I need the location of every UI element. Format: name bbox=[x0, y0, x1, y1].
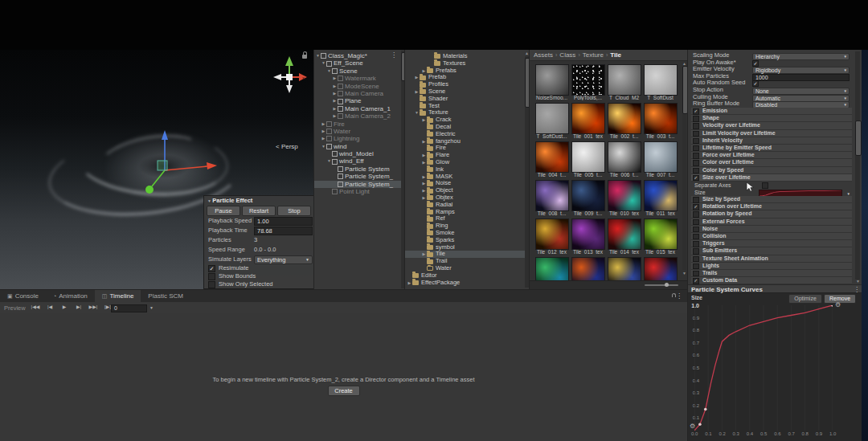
curve-end-gear-icon[interactable]: ⚙ bbox=[835, 301, 841, 308]
separate-axes-checkbox[interactable] bbox=[762, 182, 768, 189]
texture-asset[interactable]: T_Cloud_M2 bbox=[607, 63, 643, 102]
playback-stop-button[interactable]: Stop bbox=[277, 206, 311, 216]
texture-asset[interactable]: T_SoftDust bbox=[643, 63, 679, 102]
project-folder-item[interactable]: Trail bbox=[405, 258, 530, 265]
module-checkbox[interactable]: ✓ bbox=[693, 278, 699, 284]
assets-scrollbar[interactable] bbox=[682, 66, 686, 270]
preview-toggle[interactable]: Preview bbox=[4, 304, 26, 312]
expand-arrow[interactable]: ▶ bbox=[332, 97, 338, 104]
breadcrumb-item[interactable]: Class bbox=[559, 51, 575, 59]
thumbnail-zoom-slider[interactable] bbox=[645, 284, 678, 286]
texture-asset[interactable]: PolyTools,... bbox=[571, 63, 607, 102]
scene-view[interactable]: x < Persp ▼ Particle Effect PauseRestart… bbox=[0, 50, 313, 289]
inspector-scroll-down[interactable]: ▼ bbox=[856, 280, 860, 284]
playback-restart-button[interactable]: Restart bbox=[242, 206, 276, 216]
project-folder-item[interactable]: Textures bbox=[405, 60, 530, 67]
project-folder-item[interactable]: Ref bbox=[405, 215, 530, 223]
module-checkbox[interactable] bbox=[693, 197, 699, 203]
project-folder-item[interactable]: Smoke bbox=[405, 230, 530, 237]
project-folder-item[interactable]: Fire bbox=[405, 145, 530, 152]
module-inherit-velocity[interactable]: Inherit Velocity bbox=[691, 137, 852, 145]
hierarchy-item[interactable]: ▶Fire bbox=[314, 120, 405, 128]
tab-console[interactable]: ▣Console bbox=[0, 290, 46, 302]
breadcrumb-item[interactable]: Tile bbox=[610, 51, 621, 59]
inspector-scrollbar[interactable] bbox=[855, 51, 860, 280]
module-force-over-lifetime[interactable]: Force over Lifetime bbox=[691, 152, 852, 159]
frame-dropdown-icon[interactable]: ▼ bbox=[149, 305, 154, 310]
expand-arrow[interactable]: ▼ bbox=[321, 59, 326, 67]
expand-arrow[interactable]: ▶ bbox=[421, 116, 427, 124]
curves-menu-icon[interactable]: ⋮ bbox=[854, 285, 860, 294]
texture-asset[interactable]: T_SoftDust... bbox=[534, 102, 571, 141]
module-checkbox[interactable] bbox=[693, 256, 699, 263]
texture-asset[interactable]: Tile_011_tex bbox=[643, 179, 679, 218]
playback-time-value[interactable]: 78.68 bbox=[254, 227, 313, 235]
create-button[interactable]: Create bbox=[328, 386, 360, 396]
expand-arrow[interactable]: ▶ bbox=[421, 138, 427, 145]
timeline-menu-icon[interactable]: ⋮ bbox=[676, 292, 682, 300]
module-shape[interactable]: Shape bbox=[691, 115, 852, 122]
texture-asset[interactable]: Tile_004_t... bbox=[534, 141, 571, 179]
module-size-by-speed[interactable]: Size by Speed bbox=[691, 196, 852, 203]
hierarchy-menu-icon[interactable]: ⋮ bbox=[391, 51, 397, 59]
texture-thumbnail[interactable] bbox=[535, 64, 569, 96]
expand-arrow[interactable]: ▼ bbox=[321, 143, 326, 150]
tab-animation[interactable]: ◔Animation bbox=[46, 290, 95, 302]
curve-chart[interactable] bbox=[694, 305, 833, 431]
module-trails[interactable]: Trails bbox=[691, 270, 852, 277]
texture-asset[interactable]: NoiseSmoo... bbox=[534, 63, 571, 102]
project-folder-item[interactable]: ▼Texture bbox=[405, 109, 530, 116]
module-checkbox[interactable] bbox=[693, 248, 699, 255]
view-orientation-gizmo[interactable]: x bbox=[270, 53, 312, 98]
project-folder-item[interactable]: Test bbox=[405, 103, 530, 110]
expand-arrow[interactable]: ▶ bbox=[421, 187, 427, 194]
project-folder-item[interactable]: ▶Prefab bbox=[405, 74, 530, 81]
expand-arrow[interactable]: ▼ bbox=[315, 52, 321, 59]
lock-icon[interactable] bbox=[302, 55, 307, 59]
texture-asset[interactable]: Tile_006_t... bbox=[607, 141, 643, 179]
module-checkbox[interactable] bbox=[693, 241, 699, 247]
project-folder-item[interactable]: ▶Glow bbox=[405, 159, 530, 166]
module-checkbox[interactable] bbox=[693, 116, 699, 122]
hierarchy-item[interactable]: ▶Water bbox=[314, 128, 405, 135]
module-checkbox[interactable] bbox=[693, 145, 699, 152]
hierarchy-item[interactable]: ▶Main Camera_2 bbox=[314, 112, 405, 120]
resimulate-checkbox[interactable]: ✓ bbox=[208, 265, 215, 272]
module-lifetime-by-emitter-speed[interactable]: Lifetime by Emitter Speed bbox=[691, 145, 852, 152]
texture-thumbnail[interactable] bbox=[535, 141, 569, 173]
texture-thumbnail[interactable] bbox=[571, 64, 605, 96]
expand-arrow[interactable]: ▶ bbox=[414, 88, 420, 96]
texture-asset[interactable]: Tile_014_tex bbox=[607, 218, 643, 256]
module-sub-emitters[interactable]: Sub Emitters bbox=[691, 247, 852, 255]
expand-arrow[interactable]: ▼ bbox=[326, 67, 332, 75]
module-checkbox[interactable] bbox=[693, 153, 699, 159]
hierarchy-item[interactable]: ▶Lightning bbox=[314, 135, 405, 142]
project-folder-item[interactable]: symbol bbox=[405, 244, 530, 251]
module-texture-sheet-animation[interactable]: Texture Sheet Animation bbox=[691, 255, 852, 263]
breadcrumb-item[interactable]: Assets bbox=[534, 51, 553, 59]
expand-arrow[interactable]: ▶ bbox=[332, 112, 338, 120]
module-rotation-over-lifetime[interactable]: ✓Rotation over Lifetime bbox=[691, 203, 852, 210]
texture-asset[interactable]: Tile_008_t... bbox=[534, 179, 571, 218]
module-rotation-by-speed[interactable]: Rotation by Speed bbox=[691, 210, 852, 218]
project-folder-item[interactable]: Ramps bbox=[405, 209, 530, 216]
module-checkbox[interactable] bbox=[693, 211, 699, 218]
texture-thumbnail[interactable] bbox=[608, 103, 641, 134]
module-checkbox[interactable]: ✓ bbox=[693, 108, 699, 115]
project-folder-item[interactable]: ▶Flare bbox=[405, 152, 530, 159]
module-checkbox[interactable]: ✓ bbox=[693, 175, 699, 182]
hierarchy-item[interactable]: ▼wind bbox=[314, 143, 405, 150]
frame-field[interactable]: 0 bbox=[111, 304, 147, 312]
hierarchy-item[interactable]: wind_Model bbox=[314, 150, 405, 157]
expand-arrow[interactable]: ▶ bbox=[332, 90, 338, 97]
texture-asset[interactable]: Tile_001_tex bbox=[571, 102, 607, 141]
module-noise[interactable]: Noise bbox=[691, 226, 852, 233]
assets-scroll-down[interactable]: ▼ bbox=[682, 272, 686, 276]
project-folder-item[interactable]: Ring bbox=[405, 223, 530, 230]
module-external-forces[interactable]: External Forces bbox=[691, 218, 852, 226]
texture-thumbnail[interactable] bbox=[608, 64, 641, 96]
curve-start-gear-icon[interactable]: ⚙ bbox=[690, 423, 695, 430]
module-checkbox[interactable] bbox=[693, 160, 699, 166]
optimize-button[interactable]: Optimize bbox=[788, 294, 822, 304]
module-custom-data[interactable]: ✓Custom Data bbox=[691, 277, 852, 284]
